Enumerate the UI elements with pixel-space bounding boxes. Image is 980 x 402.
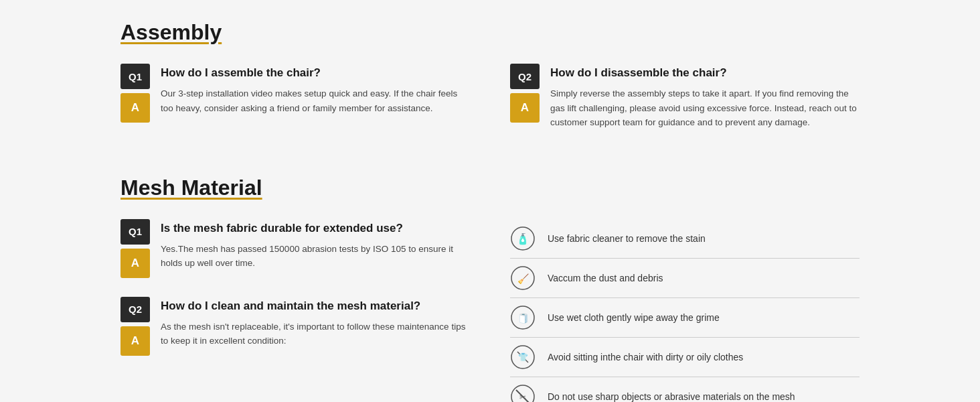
assembly-qa1-labels: Q1 A <box>120 64 150 123</box>
maintenance-item-1: 🧹 Vaccum the dust and debris <box>510 259 860 298</box>
mesh-q2-badge: Q2 <box>120 297 150 322</box>
assembly-q1-question: How do I assemble the chair? <box>161 66 470 80</box>
maintenance-text-3: Avoid sitting inthe chair with dirty or … <box>548 352 743 362</box>
svg-text:✂: ✂ <box>519 393 526 402</box>
mesh-q2-question: How do I clean and maintain the mesh mat… <box>161 299 470 313</box>
page-container: Assembly Q1 A How do I assemble the chai… <box>0 0 980 402</box>
mesh-qa2-content: How do I clean and maintain the mesh mat… <box>161 297 470 356</box>
maintenance-item-4: ✂ Do not use sharp objects or abrasive m… <box>510 377 860 402</box>
mesh-q1-question: Is the mesh fabric durable for extended … <box>161 222 470 235</box>
maintenance-icon-1: 🧹 <box>510 265 536 291</box>
maintenance-item-3: 👕 Avoid sitting inthe chair with dirty o… <box>510 338 860 377</box>
svg-text:🧻: 🧻 <box>517 313 529 324</box>
mesh-qa2: Q2 A How do I clean and maintain the mes… <box>120 297 470 356</box>
assembly-qa1-content: How do I assemble the chair? Our 3-step … <box>161 64 470 123</box>
mesh-a2-badge: A <box>120 326 150 356</box>
assembly-q2-question: How do I disassemble the chair? <box>550 66 860 80</box>
maintenance-text-1: Vaccum the dust and debris <box>548 273 663 283</box>
mesh-a1-badge: A <box>120 249 150 278</box>
svg-text:👕: 👕 <box>518 352 528 362</box>
assembly-a2-answer: Simply reverse the assembly steps to tak… <box>550 86 860 130</box>
mesh-right: 🧴 Use fabric cleaner to remove the stain… <box>510 219 860 402</box>
assembly-col1: Q1 A How do I assemble the chair? Our 3-… <box>120 64 470 149</box>
mesh-a1-answer: Yes.The mesh has passed 150000 abrasion … <box>161 242 470 271</box>
maintenance-list: 🧴 Use fabric cleaner to remove the stain… <box>510 219 860 402</box>
maintenance-text-2: Use wet cloth gently wipe away the grime <box>548 312 720 323</box>
assembly-qa1: Q1 A How do I assemble the chair? Our 3-… <box>120 64 470 123</box>
assembly-title: Assembly <box>120 20 860 45</box>
assembly-q1-badge: Q1 <box>120 64 150 89</box>
mesh-columns: Q1 A Is the mesh fabric durable for exte… <box>120 219 860 402</box>
maintenance-text-0: Use fabric cleaner to remove the stain <box>548 233 706 244</box>
maintenance-item-0: 🧴 Use fabric cleaner to remove the stain <box>510 219 860 259</box>
maintenance-icon-3: 👕 <box>510 344 536 370</box>
svg-text:🧴: 🧴 <box>516 232 529 245</box>
mesh-qa2-labels: Q2 A <box>120 297 150 356</box>
assembly-qa2-content: How do I disassemble the chair? Simply r… <box>550 64 860 130</box>
maintenance-icon-0: 🧴 <box>510 226 536 251</box>
mesh-left: Q1 A Is the mesh fabric durable for exte… <box>120 219 470 402</box>
assembly-col2: Q2 A How do I disassemble the chair? Sim… <box>510 64 860 149</box>
assembly-q2-badge: Q2 <box>510 64 540 89</box>
maintenance-item-2: 🧻 Use wet cloth gently wipe away the gri… <box>510 298 860 338</box>
assembly-a2-badge: A <box>510 93 540 123</box>
svg-text:🧹: 🧹 <box>517 273 529 285</box>
maintenance-icon-2: 🧻 <box>510 305 536 330</box>
assembly-qa2-labels: Q2 A <box>510 64 540 130</box>
mesh-q1-badge: Q1 <box>120 219 150 245</box>
maintenance-icon-4: ✂ <box>510 384 536 402</box>
mesh-qa1-labels: Q1 A <box>120 219 150 278</box>
mesh-qa1: Q1 A Is the mesh fabric durable for exte… <box>120 219 470 278</box>
maintenance-text-4: Do not use sharp objects or abrasive mat… <box>548 391 795 402</box>
assembly-a1-badge: A <box>120 93 150 123</box>
mesh-qa1-content: Is the mesh fabric durable for extended … <box>161 219 470 278</box>
mesh-a2-answer: As the mesh isn't replaceable, it's impo… <box>161 320 470 348</box>
assembly-a1-answer: Our 3-step installation video makes setu… <box>161 86 470 115</box>
mesh-title: Mesh Material <box>120 176 860 200</box>
assembly-faq-columns: Q1 A How do I assemble the chair? Our 3-… <box>120 64 860 149</box>
mesh-section: Mesh Material Q1 A Is the mesh fabric du… <box>120 176 860 402</box>
assembly-qa2: Q2 A How do I disassemble the chair? Sim… <box>510 64 860 130</box>
